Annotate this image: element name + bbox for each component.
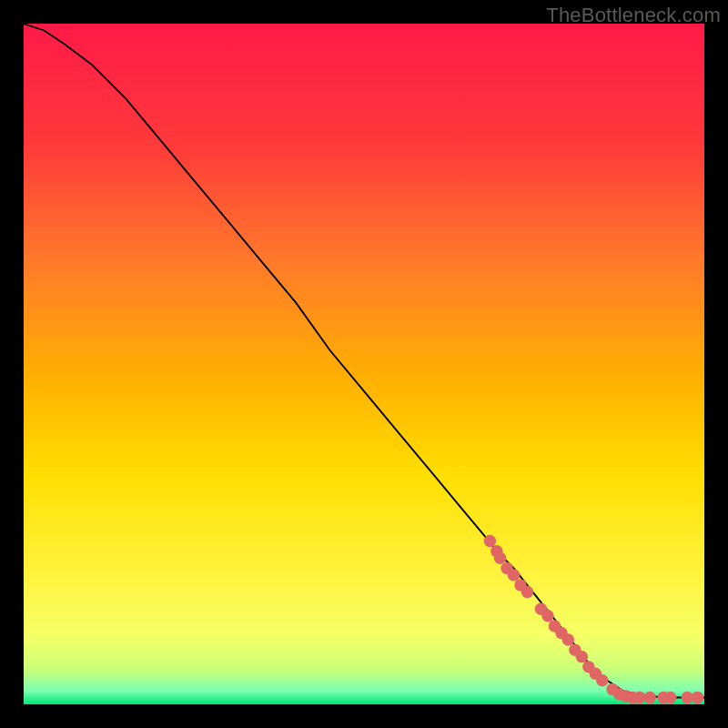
highlight-point (484, 535, 496, 547)
highlight-point (576, 651, 588, 662)
highlight-point (596, 674, 608, 686)
bottleneck-curve (24, 24, 704, 698)
highlight-point (508, 569, 520, 581)
highlight-point (521, 586, 533, 598)
highlight-point (541, 610, 553, 622)
highlight-points (484, 535, 704, 704)
highlight-point (643, 692, 655, 703)
highlight-point (692, 692, 703, 703)
highlight-point (664, 692, 676, 703)
highlight-point (562, 633, 574, 645)
highlight-point (494, 551, 506, 563)
watermark-text: TheBottleneck.com (546, 4, 721, 27)
chart-plot (24, 24, 704, 704)
